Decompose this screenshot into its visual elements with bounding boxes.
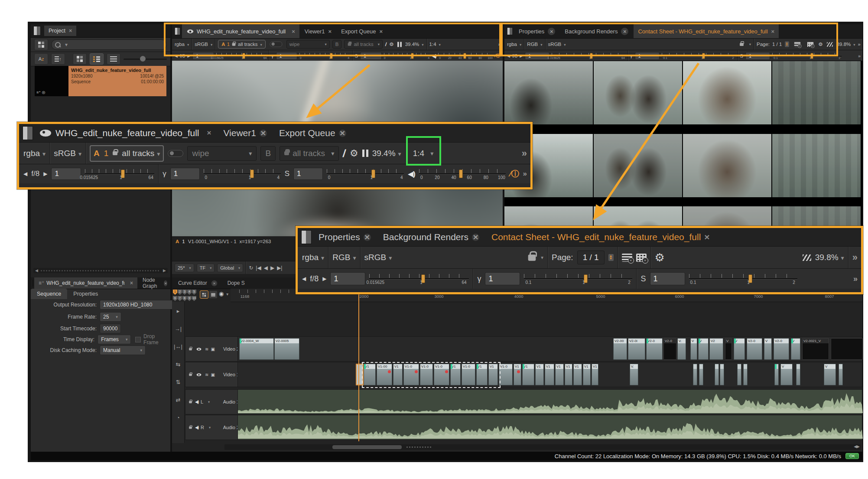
pause-icon[interactable] xyxy=(362,150,368,157)
gamma-input[interactable]: 1 xyxy=(170,168,200,180)
track-header-audio1[interactable]: ◀) L▾ Audio 1 xyxy=(185,389,242,414)
close-icon[interactable]: × xyxy=(260,130,267,137)
slider-handle[interactable] xyxy=(459,169,463,178)
track-header-video1[interactable]: ≋ ▣ Video 1 xyxy=(185,362,242,387)
timeline-clip[interactable]: V xyxy=(734,338,745,360)
time-display-dropdown[interactable]: Frames▾ xyxy=(98,335,131,344)
timeline-clip[interactable]: V2-0021_V xyxy=(802,338,829,360)
timeline-clip[interactable]: V1 xyxy=(450,364,461,385)
disk-caching-dropdown[interactable]: Manual▾ xyxy=(100,345,146,355)
close-icon[interactable]: × xyxy=(69,28,72,34)
snapshot-view-button[interactable] xyxy=(209,290,218,299)
timeline-scrollbar[interactable]: ◀▶ xyxy=(224,444,861,450)
record-dropdown[interactable]: ◉▾ xyxy=(219,290,228,297)
timeline-clip[interactable] xyxy=(356,364,364,385)
timeline-clip[interactable]: V xyxy=(690,338,697,360)
close-icon[interactable]: × xyxy=(472,234,479,241)
timeline-clip[interactable]: V1 xyxy=(476,364,488,385)
timeline-clip[interactable]: V2-0 xyxy=(774,338,789,360)
marker-flag-7[interactable]: 7 xyxy=(178,296,182,301)
slide-tool[interactable]: |↔| xyxy=(174,343,182,350)
timeline-clip[interactable] xyxy=(839,364,843,385)
timeline-clip[interactable] xyxy=(796,364,800,385)
timeline-clip[interactable]: V xyxy=(698,338,709,360)
drop-frame-checkbox[interactable] xyxy=(135,337,141,342)
select-tool[interactable]: ▸ xyxy=(177,308,180,314)
contact-sheet-thumbnail[interactable] xyxy=(504,61,593,124)
tab-viewer1[interactable]: Viewer1× xyxy=(218,124,272,142)
subtab-sequence[interactable]: Sequence xyxy=(31,289,67,299)
tab-properties[interactable]: Properties× xyxy=(313,228,376,246)
next-icon[interactable]: ▶ xyxy=(322,276,326,282)
timeline-clip[interactable] xyxy=(715,364,719,385)
ripple-tool[interactable]: ⇄ xyxy=(176,397,181,403)
timeline-clip[interactable]: V xyxy=(791,338,800,360)
input-b-button[interactable]: B xyxy=(260,146,276,161)
marker-flag-3[interactable]: 3 xyxy=(182,290,187,295)
timeline-clip[interactable]: V2-0004_W xyxy=(239,338,274,360)
timeline-clip[interactable]: V1-00 xyxy=(377,364,392,385)
timeline-clip[interactable]: V1 xyxy=(583,364,591,385)
fps-dropdown[interactable]: 25*▾ xyxy=(175,264,194,272)
pane-layout-icon[interactable] xyxy=(33,280,33,286)
next-icon[interactable]: ▶ xyxy=(43,171,47,177)
contact-sheet-thumbnail[interactable] xyxy=(594,134,682,197)
tab-project[interactable]: Project × xyxy=(44,26,76,36)
zoom-level-dropdown[interactable]: 39.8%▾ xyxy=(837,42,855,47)
collapse-icon[interactable]: » xyxy=(852,252,857,263)
gain-input[interactable]: 1 xyxy=(330,272,365,285)
channels-dropdown[interactable]: rgba▾ xyxy=(23,149,46,158)
gamma-slider[interactable]: 014 xyxy=(204,168,281,179)
timeline-clip[interactable] xyxy=(699,364,703,385)
saturation-slider[interactable]: 0.112 xyxy=(689,273,797,284)
monitor-icon[interactable]: ▣ xyxy=(211,372,215,377)
thumb-view-button[interactable] xyxy=(73,53,87,65)
gear-icon[interactable]: ⚙ xyxy=(655,251,665,264)
timeline-clip[interactable]: V2-0i xyxy=(628,338,645,360)
timeline-clip[interactable] xyxy=(831,338,863,360)
timeline-markers[interactable]: 12345678910 xyxy=(173,290,198,302)
contact-sheet-thumbnail[interactable] xyxy=(594,61,682,124)
track-content-audio2[interactable] xyxy=(237,415,862,440)
roll-tool[interactable]: ⇅ xyxy=(176,379,181,385)
contact-sheet-thumbnail[interactable] xyxy=(772,134,861,197)
eye-icon[interactable] xyxy=(197,348,202,351)
slip-tool[interactable]: ⇆ xyxy=(176,361,181,368)
subtab-properties[interactable]: Properties xyxy=(67,289,104,299)
playhead-line[interactable] xyxy=(358,290,359,441)
timeline-clip[interactable]: V1 xyxy=(393,364,403,385)
collapse-icon[interactable]: » xyxy=(853,274,857,283)
timeline-clip[interactable]: V1 xyxy=(522,364,534,385)
tab-node-graph[interactable]: Node Graph× xyxy=(138,277,172,289)
start-timecode-input[interactable]: 90000 xyxy=(100,324,121,333)
zoom-level-dropdown[interactable]: 39.8%▾ xyxy=(815,253,844,262)
tab-sequence-editor[interactable]: ≡⁺ WHG_edit_nuke_feature_video_full × xyxy=(34,277,137,289)
timeline-clip[interactable]: V1 xyxy=(565,364,572,385)
timeline-clip[interactable]: V1 xyxy=(555,364,564,385)
layers-icon[interactable]: ≋ xyxy=(205,372,208,377)
timeline-clip[interactable]: V1 xyxy=(364,364,376,385)
tab-export-queue[interactable]: Export Queue× xyxy=(274,124,351,142)
timeline-clip[interactable]: V2-0005 xyxy=(274,338,299,360)
prev-icon[interactable]: ◀ xyxy=(302,276,306,282)
marker-flag-10[interactable]: 10 xyxy=(192,296,196,301)
scrollbar-thumb[interactable] xyxy=(332,445,402,449)
project-view-mode-button[interactable] xyxy=(34,39,48,50)
sort-order-button[interactable]: ↑ xyxy=(51,53,65,65)
pane-layout-icon[interactable] xyxy=(23,126,33,140)
tab-viewer-sequence[interactable]: WHG_edit_nuke_feature_video_full × xyxy=(35,124,216,142)
input-a-button[interactable]: A xyxy=(94,149,100,158)
lock-icon[interactable] xyxy=(189,373,192,375)
thumbnail-size-slider[interactable] xyxy=(124,55,167,63)
timeline-clip[interactable]: V1 xyxy=(488,364,498,385)
timeline-clip[interactable]: V2-00 xyxy=(613,338,627,360)
razor-tool[interactable]: ◔ xyxy=(176,414,180,421)
collapse-icon[interactable]: » xyxy=(523,169,526,178)
timeline-clip[interactable]: V1-0 xyxy=(403,364,419,385)
clear-rows-icon[interactable]: × xyxy=(622,254,632,262)
pane-layout-icon[interactable] xyxy=(301,230,312,244)
trim-tool[interactable]: →| xyxy=(175,326,182,332)
collapse-icon[interactable]: » xyxy=(858,53,860,59)
display-dropdown[interactable]: RGB▾ xyxy=(332,253,356,262)
close-icon[interactable]: × xyxy=(211,280,217,286)
